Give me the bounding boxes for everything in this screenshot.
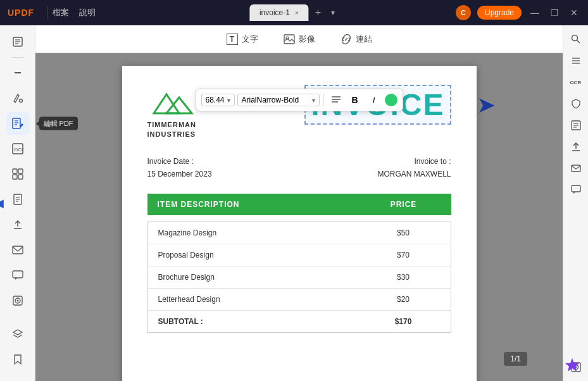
- color-picker-button[interactable]: [385, 94, 397, 106]
- sidebar-icon-comment[interactable]: [6, 264, 29, 287]
- svg-line-34: [577, 41, 580, 44]
- font-name-selector[interactable]: ArialNarrow-Bold ▾: [237, 94, 320, 106]
- sidebar-icon-edit-pdf[interactable]: 編輯 PDF: [6, 112, 29, 135]
- company-logo: [147, 85, 198, 116]
- upgrade-button[interactable]: Upgrade: [477, 6, 522, 20]
- content-area: T 文字 影像 連結 68.44 ▾ ArialNarrow-Bold: [35, 25, 563, 381]
- right-icon-ocr[interactable]: OCR: [567, 73, 585, 91]
- svg-marker-47: [565, 358, 579, 372]
- toolbar-image-label: 影像: [299, 34, 315, 45]
- invoice-data-table: Magazine Design$50Proposal Design$70Broc…: [147, 222, 451, 333]
- sidebar-icon-ocr[interactable]: OCR: [6, 137, 29, 160]
- toolbar-link-btn[interactable]: 連結: [335, 31, 377, 47]
- svg-marker-30: [154, 94, 179, 113]
- italic-button[interactable]: I: [366, 92, 382, 108]
- close-button[interactable]: ✕: [568, 8, 580, 18]
- minimize-button[interactable]: —: [528, 8, 542, 18]
- item-price-2: $30: [356, 266, 451, 288]
- toolbar-text-btn[interactable]: T 文字: [222, 31, 263, 47]
- page-indicator: 1/1: [504, 352, 527, 366]
- ai-button[interactable]: [563, 356, 582, 375]
- tab-add-icon[interactable]: +: [311, 7, 325, 18]
- left-sidebar: 編輯 PDF ◀ OCR: [0, 25, 35, 381]
- font-size-dropdown-icon[interactable]: ▾: [227, 97, 230, 104]
- toolbar-text-label: 文字: [242, 34, 258, 45]
- document-page: TIMMERMAN INDUSTRIES INVOICE ➤ Invoice D…: [122, 66, 477, 381]
- svg-text:OCR: OCR: [14, 147, 23, 153]
- invoice-info: Invoice Date : 15 December 2023 Invoice …: [147, 155, 451, 181]
- svg-point-5: [19, 99, 22, 103]
- document-canvas: 68.44 ▾ ArialNarrow-Bold ▾ B I: [35, 53, 563, 381]
- svg-rect-43: [572, 185, 580, 192]
- align-button[interactable]: [328, 92, 344, 108]
- right-icon-search[interactable]: [567, 30, 585, 48]
- bold-button[interactable]: B: [347, 92, 363, 108]
- left-arrow-indicator: ◀: [0, 196, 4, 210]
- col2-header: PRICE: [356, 194, 451, 215]
- svg-rect-25: [284, 35, 294, 44]
- menu-file[interactable]: 檔案: [53, 7, 69, 18]
- svg-rect-21: [13, 271, 23, 278]
- font-name-dropdown-icon[interactable]: ▾: [312, 97, 315, 104]
- item-desc-0: Magazine Design: [147, 222, 356, 244]
- sidebar-icon-bookmark[interactable]: [6, 348, 29, 371]
- right-icon-upload[interactable]: [567, 138, 585, 156]
- subtotal-value: $170: [356, 310, 451, 332]
- main-layout: 編輯 PDF ◀ OCR: [0, 25, 588, 381]
- right-sidebar: OCR: [563, 25, 588, 381]
- toolbar-image-btn[interactable]: 影像: [278, 31, 320, 47]
- maximize-button[interactable]: ❐: [548, 8, 561, 18]
- sidebar-icon-zoom[interactable]: [6, 61, 29, 84]
- text-icon: T: [227, 34, 238, 45]
- titlebar-menu: 檔案 說明: [53, 7, 96, 18]
- font-size-value: 68.44: [205, 96, 224, 104]
- sidebar-icon-paint[interactable]: [6, 87, 29, 109]
- tab-invoice1[interactable]: invoice-1 ×: [249, 4, 309, 21]
- svg-rect-42: [572, 165, 580, 172]
- company-name: TIMMERMAN INDUSTRIES: [147, 120, 196, 140]
- sidebar-icon-extract[interactable]: [6, 188, 29, 211]
- right-icon-mail[interactable]: [567, 159, 585, 177]
- sidebar-bottom: [6, 323, 29, 376]
- table-row: Letterhead Design$20: [147, 288, 451, 310]
- tab-label: invoice-1: [260, 8, 290, 17]
- invoice-to-value: MORGAN MAXWELL: [377, 168, 451, 180]
- table-spacer: [147, 215, 451, 222]
- link-icon: [341, 34, 352, 45]
- tab-dropdown-icon[interactable]: ▾: [327, 8, 339, 17]
- arrow-annotation: ➤: [477, 92, 496, 118]
- sidebar-icon-upload[interactable]: [6, 213, 29, 236]
- app-logo: UPDF: [0, 8, 42, 18]
- svg-point-24: [16, 300, 18, 302]
- menu-help[interactable]: 說明: [79, 7, 96, 18]
- sidebar-icon-read[interactable]: [6, 30, 29, 53]
- table-row: Magazine Design$50: [147, 222, 451, 244]
- item-desc-1: Proposal Design: [147, 244, 356, 266]
- item-price-1: $70: [356, 244, 451, 266]
- right-icon-form[interactable]: [567, 116, 585, 134]
- right-icon-chat[interactable]: [567, 181, 585, 199]
- titlebar: UPDF 檔案 說明 invoice-1 × + ▾ C Upgrade — ❐…: [0, 0, 588, 25]
- font-name-value: ArialNarrow-Bold: [242, 96, 299, 104]
- svg-rect-14: [13, 175, 17, 179]
- sidebar-icon-layers[interactable]: [6, 323, 29, 346]
- invoice-to-label: Invoice to :: [377, 155, 451, 168]
- item-price-3: $20: [356, 288, 451, 310]
- right-icon-scroll[interactable]: [567, 52, 585, 70]
- subtotal-label: SUBTOTAL :: [147, 310, 356, 332]
- tab-close-icon[interactable]: ×: [295, 9, 299, 16]
- item-desc-3: Letterhead Design: [147, 288, 356, 310]
- right-icon-protect[interactable]: [567, 95, 585, 113]
- svg-rect-15: [18, 175, 23, 179]
- col1-header: ITEM DESCRIPTION: [147, 194, 356, 215]
- invoice-date-value: 15 December 2023: [147, 168, 212, 180]
- sidebar-icon-mail[interactable]: [6, 239, 29, 261]
- table-header-row: ITEM DESCRIPTION PRICE: [147, 194, 451, 215]
- titlebar-divider: [47, 6, 47, 19]
- table-row: Proposal Design$70: [147, 244, 451, 266]
- item-price-0: $50: [356, 222, 451, 244]
- toolbar-separator-1: [323, 94, 324, 106]
- font-size-selector[interactable]: 68.44 ▾: [201, 94, 234, 106]
- sidebar-icon-store[interactable]: [6, 289, 29, 312]
- sidebar-icon-organize[interactable]: [6, 163, 29, 185]
